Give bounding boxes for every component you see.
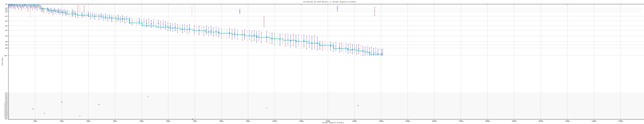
chr-label: chr20 [4,114,8,115]
x-tick-label: 90Mbp [246,120,250,122]
x-tick-label: 130Mbp [352,120,357,122]
marker-glyph-diamond [56,12,58,13]
chr-label: chr2 [5,93,8,95]
chr-label: chr18 [4,112,8,113]
marker-glyph-dot [36,6,36,7]
marker-glyph-diamond [350,48,351,49]
x-tick-label: 160Mbp [432,120,437,122]
chr-label: chr3 [5,95,8,96]
x-axis-title: Genome Sequence Assembly [0,122,644,123]
y-axis-title: FISH Band [2,54,3,69]
plot-canvas: CSMCLANLNCIRPCISCUCSFFHCRC10Mbp20Mbp30Mb… [0,0,644,124]
marker-glyph-dot [27,6,27,6]
marker-glyph-diamond [136,22,137,23]
x-tick-label: 190Mbp [512,120,516,122]
marker-glyph-diamond [132,21,132,22]
marker-glyph-dot [88,14,88,15]
marker-glyph-diamond [96,15,97,16]
marker-glyph-diamond [80,12,80,13]
marker-glyph-dot [192,119,193,119]
chart-title: Chromosome 10 FISH Markers vs Genome Seq… [0,1,644,3]
legend-background [641,5,644,15]
marker-glyph-dot [19,5,20,6]
band-label: qter [4,55,8,56]
chr-label: chr21 [4,115,8,116]
band-label: q21 [5,25,8,27]
marker-glyph-dot [309,41,309,41]
chr-label: chr14 [4,107,8,108]
chr-label: chr9 [5,101,8,103]
marker-glyph-dot [346,47,346,48]
marker-glyph-dot [139,21,139,21]
marker-glyph-diamond [160,25,161,26]
marker-glyph-diamond [28,8,28,9]
x-tick-label: 60Mbp [166,120,170,122]
band-label: q25 [5,44,8,46]
chr-label: chr22 [4,116,8,117]
band-label: q11 [5,20,8,22]
x-tick-label: 120Mbp [326,120,330,122]
marker-glyph-diamond [43,10,44,11]
marker-glyph-diamond [124,20,125,21]
marker-glyph-dot [163,24,163,24]
marker-glyph-dot [330,46,331,46]
chr-label: chr19 [4,113,8,114]
marker-glyph-diamond [32,7,33,8]
chr-label: chr12 [4,105,8,106]
marker-glyph-dot [30,7,31,7]
marker-glyph-dot [101,16,101,16]
x-tick-label: 20Mbp [60,120,64,122]
band-label: q23 [5,35,8,37]
marker-glyph-dot [11,6,11,6]
marker-glyph-dot [348,49,348,49]
marker-glyph-dot [208,31,209,32]
marker-glyph-diamond [18,7,19,8]
marker-glyph-dot [290,41,291,41]
marker-glyph-dot [304,41,304,41]
marker-glyph-diamond [180,27,180,28]
band-label: p15 [5,4,8,5]
x-tick-label: 110Mbp [299,120,304,122]
marker-glyph-dot [182,29,182,29]
marker-glyph-diamond [30,10,30,11]
marker-glyph-diamond [360,50,361,51]
marker-glyph-diamond [380,52,380,53]
marker-glyph-dot [146,23,146,23]
marker-glyph-diamond [52,12,54,13]
marker-glyph-dot [148,96,148,96]
marker-glyph-diamond [15,7,16,8]
band-label: q22 [5,30,8,31]
band-label: p12 [5,11,8,13]
marker-glyph-dot [105,16,106,17]
marker-glyph-diamond [48,11,50,12]
x-tick-label: 210Mbp [565,120,570,122]
marker-glyph-diamond [194,30,195,31]
marker-glyph-diamond [36,8,38,9]
chr-label: chr5 [5,97,8,98]
chr-label: chr4 [5,96,8,97]
band-label: p11 [5,16,8,17]
marker-glyph-dot [35,7,35,7]
x-tick-label: 40Mbp [113,120,117,122]
band-label: p14 [5,8,8,9]
marker-glyph-diamond [322,46,323,47]
x-tick-label: 80Mbp [220,120,223,122]
marker-glyph-dot [337,8,338,8]
marker-glyph-dot [154,23,154,23]
x-tick-label: 30Mbp [86,120,90,122]
marker-glyph-diamond [156,24,156,25]
marker-glyph-dot [382,54,382,54]
marker-glyph-diamond [242,35,243,36]
marker-glyph-dot [266,108,267,108]
marker-glyph-diamond [201,29,202,30]
band-label: q24 [5,41,8,42]
marker-glyph-diamond [148,22,149,23]
marker-glyph-diamond [46,11,47,12]
x-tick-label: 140Mbp [379,120,384,122]
band-label: p13 [5,9,8,11]
x-tick-label: 180Mbp [485,120,490,122]
x-tick-label: 170Mbp [459,120,463,122]
marker-glyph-diamond [371,51,372,52]
assembly-step-line [8,5,382,54]
marker-glyph-diamond [328,46,328,47]
